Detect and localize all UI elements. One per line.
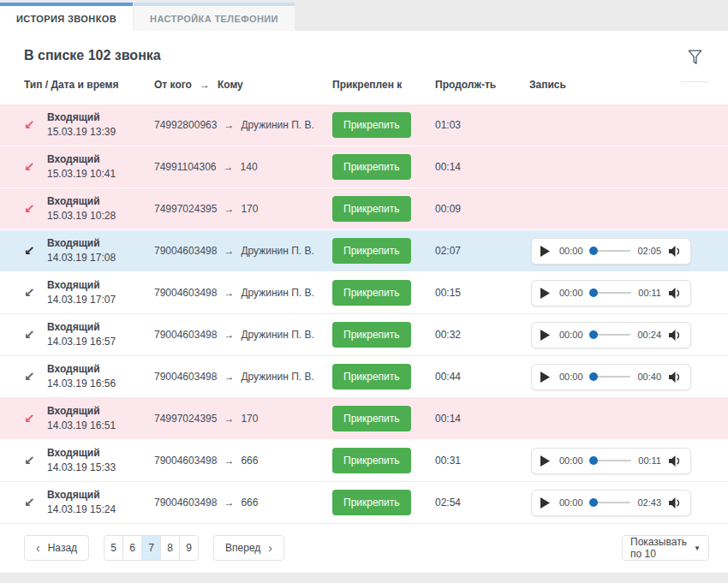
prev-page-button[interactable]: ‹ Назад <box>24 535 89 561</box>
tab-bar: ИСТОРИЯ ЗВОНКОВ НАСТРОЙКА ТЕЛЕФОНИИ <box>0 0 728 31</box>
volume-icon[interactable] <box>669 246 682 257</box>
play-button[interactable] <box>540 246 550 257</box>
incoming-call-arrow-icon: ↙ <box>24 117 35 132</box>
page-button-5[interactable]: 5 <box>104 535 123 561</box>
attach-button[interactable]: Прикрепить <box>332 280 411 306</box>
filter-funnel-icon[interactable] <box>686 48 704 70</box>
call-row[interactable]: ↙ Входящий 14.03.19 15:24 79004603498→66… <box>0 482 728 524</box>
call-row[interactable]: ↙ Входящий 15.03.19 10:41 74991104306→14… <box>0 146 728 188</box>
call-duration: 00:32 <box>435 329 529 341</box>
player-seek-slider[interactable] <box>591 460 632 461</box>
page-button-9[interactable]: 9 <box>179 535 199 561</box>
volume-icon[interactable] <box>669 288 682 299</box>
call-row[interactable]: ↙ Входящий 14.03.19 17:07 79004603498→Др… <box>0 272 728 314</box>
play-button[interactable] <box>540 330 550 341</box>
table-header: Тип / Дата и время От кого→Кому Прикрепл… <box>0 74 728 104</box>
player-current-time: 00:00 <box>559 455 583 466</box>
call-to: Дружинин П. В. <box>241 329 313 341</box>
play-button[interactable] <box>540 372 550 383</box>
player-seek-slider[interactable] <box>591 376 631 378</box>
audio-player: 00:00 02:05 <box>531 238 691 265</box>
page-button-7[interactable]: 7 <box>141 535 161 561</box>
player-current-time: 00:00 <box>559 372 583 382</box>
call-datetime: 14.03.19 15:33 <box>47 461 154 475</box>
call-datetime: 14.03.19 17:07 <box>47 294 154 307</box>
call-row[interactable]: ↙ Входящий 15.03.19 10:28 74997024395→17… <box>0 188 728 230</box>
player-seek-slider[interactable] <box>591 250 631 252</box>
tab-call-history[interactable]: ИСТОРИЯ ЗВОНКОВ <box>0 3 133 31</box>
player-current-time: 00:00 <box>559 497 583 508</box>
call-datetime: 14.03.19 16:56 <box>47 378 154 391</box>
player-seek-slider[interactable] <box>591 292 632 294</box>
call-from-number: 74991104306 <box>154 161 217 173</box>
attach-button[interactable]: Прикрепить <box>332 364 411 390</box>
player-seek-knob[interactable] <box>589 247 598 255</box>
attach-button[interactable]: Прикрепить <box>332 448 411 473</box>
player-seek-slider[interactable] <box>591 502 631 503</box>
page-size-select[interactable]: Показывать по 10 ▼ <box>622 535 709 561</box>
call-row[interactable]: ↙ Входящий 14.03.19 16:57 79004603498→Др… <box>0 314 728 356</box>
player-seek-knob[interactable] <box>589 330 598 339</box>
attach-button[interactable]: Прикрепить <box>332 238 411 264</box>
player-seek-knob[interactable] <box>589 372 598 381</box>
incoming-call-arrow-icon: ↙ <box>24 453 35 467</box>
volume-icon[interactable] <box>669 330 682 341</box>
call-type: Входящий <box>47 321 154 335</box>
page-button-8[interactable]: 8 <box>160 535 180 561</box>
player-total-time: 02:05 <box>637 246 661 256</box>
attach-button[interactable]: Прикрепить <box>332 322 411 348</box>
list-count-title: В списке 102 звонка <box>24 48 161 63</box>
column-attached: Прикреплен к <box>332 79 435 91</box>
call-datetime: 14.03.19 17:08 <box>47 252 154 265</box>
volume-icon[interactable] <box>669 497 682 509</box>
arrow-right-icon: → <box>224 413 234 425</box>
column-duration: Продолж-ть <box>435 79 529 91</box>
call-from-number: 79004603498 <box>154 455 217 467</box>
call-from-number: 79004603498 <box>154 371 217 383</box>
call-type: Входящий <box>47 237 154 251</box>
call-row[interactable]: ↙ Входящий 14.03.19 15:33 79004603498→66… <box>0 440 728 482</box>
audio-player: 00:00 00:40 <box>531 364 691 390</box>
call-to: 140 <box>241 161 258 173</box>
incoming-call-arrow-icon: ↙ <box>24 243 35 258</box>
tab-telephony-settings[interactable]: НАСТРОЙКА ТЕЛЕФОНИИ <box>134 3 295 31</box>
call-to: Дружинин П. В. <box>241 245 313 257</box>
player-seek-knob[interactable] <box>589 456 598 465</box>
call-type: Входящий <box>47 153 154 167</box>
call-datetime: 14.03.19 15:24 <box>47 503 154 517</box>
arrow-right-icon: → <box>224 119 234 131</box>
call-from-number: 74997024395 <box>154 413 217 425</box>
call-duration: 00:31 <box>435 455 529 467</box>
attach-button[interactable]: Прикрепить <box>332 196 411 222</box>
arrow-right-icon: → <box>224 203 234 215</box>
player-seek-knob[interactable] <box>589 289 598 297</box>
volume-icon[interactable] <box>669 372 682 383</box>
call-duration: 02:54 <box>435 497 529 509</box>
next-page-button[interactable]: Вперед › <box>213 535 284 561</box>
call-row[interactable]: ↙ Входящий 14.03.19 16:56 79004603498→Др… <box>0 356 728 398</box>
play-button[interactable] <box>540 455 550 467</box>
call-from-number: 74997024395 <box>154 203 217 215</box>
call-row[interactable]: ↙ Входящий 14.03.19 17:08 79004603498→Др… <box>0 230 728 272</box>
call-row[interactable]: ↙ Входящий 14.03.19 16:51 74997024395→17… <box>0 398 728 440</box>
call-duration: 00:44 <box>435 371 529 383</box>
player-seek-slider[interactable] <box>591 334 631 336</box>
call-from-number: 79004603498 <box>154 329 217 341</box>
attach-button[interactable]: Прикрепить <box>332 406 411 431</box>
player-seek-knob[interactable] <box>589 498 598 507</box>
player-total-time: 00:24 <box>637 330 661 340</box>
call-row[interactable]: ↙ Входящий 15.03.19 13:39 74992800963→Др… <box>0 104 728 146</box>
call-duration: 00:15 <box>435 287 529 299</box>
call-from-number: 79004603498 <box>154 287 217 299</box>
player-current-time: 00:00 <box>559 288 583 298</box>
attach-button[interactable]: Прикрепить <box>332 112 411 138</box>
page-button-6[interactable]: 6 <box>122 535 142 561</box>
player-total-time: 00:11 <box>638 455 661 466</box>
volume-icon[interactable] <box>669 455 682 467</box>
call-duration: 00:14 <box>435 413 529 425</box>
play-button[interactable] <box>540 497 550 509</box>
play-button[interactable] <box>540 288 550 299</box>
attach-button[interactable]: Прикрепить <box>332 490 411 515</box>
attach-button[interactable]: Прикрепить <box>332 154 411 180</box>
call-to: Дружинин П. В. <box>241 371 313 383</box>
